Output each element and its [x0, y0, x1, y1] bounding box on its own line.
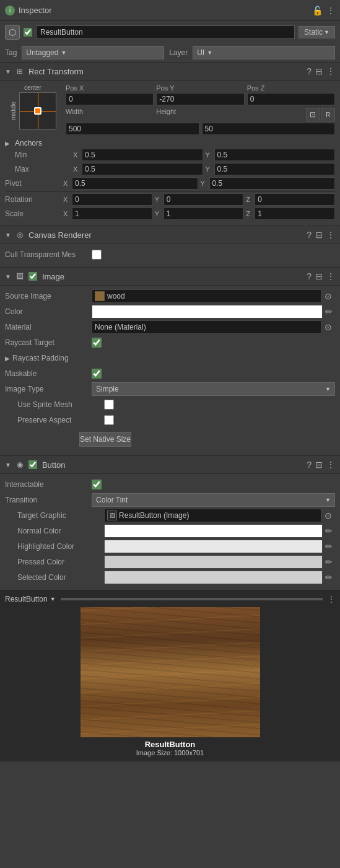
rect-main-layout: center middle Pos X Pos Y Pos Z	[5, 84, 335, 135]
scale-y-input[interactable]	[163, 208, 244, 220]
material-label: Material	[5, 323, 92, 331]
rect-transform-section-header[interactable]: ▼ ⊞ Rect Transform ? ⊟ ⋮	[0, 62, 340, 81]
rect-transform-more-icon[interactable]: ⋮	[326, 66, 335, 76]
pos-z-input[interactable]	[247, 93, 335, 105]
normal-color-field[interactable]	[104, 524, 323, 538]
resize-icon-button[interactable]: ⊡	[306, 108, 320, 121]
use-sprite-mesh-checkbox[interactable]	[104, 400, 114, 410]
pos-x-input[interactable]	[66, 93, 154, 105]
set-native-size-button[interactable]: Set Native Size	[79, 432, 131, 447]
pivot-x-input[interactable]	[72, 177, 198, 190]
gameobject-active-checkbox[interactable]	[24, 28, 32, 37]
canvas-renderer-section-header[interactable]: ▼ ◎ Canvas Renderer ? ⊟ ⋮	[0, 226, 340, 244]
button-arrow-icon: ▼	[5, 462, 11, 468]
highlighted-color-row: Highlighted Color ✏	[5, 540, 335, 553]
target-graphic-select-button[interactable]: ⊙	[321, 509, 335, 522]
image-help-icon[interactable]: ?	[307, 271, 312, 281]
rotation-y-input[interactable]	[163, 193, 244, 206]
rotation-z-input[interactable]	[255, 193, 335, 206]
scale-label: Scale	[5, 209, 61, 218]
selected-color-field[interactable]	[104, 571, 323, 584]
pressed-color-field[interactable]	[104, 555, 323, 569]
height-input[interactable]	[202, 123, 336, 135]
image-type-arrow-icon: ▼	[325, 386, 331, 392]
source-image-select-button[interactable]: ⊙	[321, 289, 335, 303]
image-type-row: Image Type Simple ▼	[5, 382, 335, 396]
canvas-renderer-actions: ? ⊟ ⋮	[307, 230, 335, 240]
button-section-icon: ◉	[15, 460, 25, 470]
cull-transparent-checkbox[interactable]	[92, 250, 102, 260]
tag-dropdown[interactable]: Untagged ▼	[22, 46, 164, 59]
material-row: Material None (Material) ⊙	[5, 320, 335, 334]
transition-dropdown[interactable]: Color Tint ▼	[92, 493, 335, 507]
scale-z-item: Z	[246, 208, 335, 220]
rect-transform-icon: ⊞	[15, 66, 25, 76]
button-section-header[interactable]: ▼ ◉ Button ? ⊟ ⋮	[0, 455, 340, 474]
rotation-label: Rotation	[5, 195, 61, 204]
pivot-y-input[interactable]	[209, 177, 336, 190]
raycast-target-checkbox[interactable]	[92, 338, 102, 348]
material-field[interactable]: None (Material)	[92, 320, 321, 334]
selected-color-eyedropper[interactable]: ✏	[323, 571, 335, 584]
rotation-y-item: Y	[155, 193, 244, 206]
maskable-checkbox[interactable]	[92, 369, 102, 379]
scale-x-label: X	[63, 210, 71, 217]
lock-icon[interactable]: 🔓	[312, 6, 323, 15]
scale-z-input[interactable]	[255, 208, 335, 220]
static-button[interactable]: Static ▼	[299, 26, 335, 38]
material-select-button[interactable]: ⊙	[321, 320, 335, 334]
scale-x-input[interactable]	[72, 208, 152, 220]
height-header: Height	[156, 108, 244, 121]
min-x-input[interactable]	[82, 149, 203, 161]
max-x-label: X	[73, 165, 81, 173]
button-more-icon[interactable]: ⋮	[326, 460, 335, 470]
canvas-renderer-help-icon[interactable]: ?	[307, 230, 312, 240]
rect-transform-settings-icon[interactable]: ⊟	[315, 66, 323, 76]
button-actions: ? ⊟ ⋮	[307, 460, 335, 470]
target-graphic-field[interactable]: 🖼 ResultButton (Image)	[104, 509, 321, 522]
tag-layer-row: Tag Untagged ▼ Layer UI ▼	[0, 43, 340, 62]
normal-color-label: Normal Color	[17, 527, 104, 535]
size-values	[66, 123, 335, 135]
color-eyedropper[interactable]: ✏	[323, 305, 335, 318]
pos-fields: Pos X Pos Y Pos Z Width Height ⊡ R	[66, 84, 335, 135]
highlighted-color-eyedropper[interactable]: ✏	[323, 540, 335, 553]
image-settings-icon[interactable]: ⊟	[315, 271, 323, 281]
max-y-input[interactable]	[214, 163, 336, 175]
min-x-item: X	[73, 149, 203, 161]
interactable-checkbox[interactable]	[92, 480, 102, 489]
max-x-input[interactable]	[82, 163, 203, 175]
button-settings-icon[interactable]: ⊟	[315, 460, 323, 470]
rotation-x-label: X	[63, 196, 71, 203]
preserve-aspect-checkbox[interactable]	[104, 415, 114, 425]
bottom-scroll-track[interactable]	[61, 598, 323, 600]
canvas-renderer-settings-icon[interactable]: ⊟	[315, 230, 323, 240]
pressed-color-eyedropper[interactable]: ✏	[323, 555, 335, 569]
layer-dropdown[interactable]: UI ▼	[193, 46, 335, 59]
image-type-dropdown[interactable]: Simple ▼	[92, 382, 335, 396]
rotation-x-input[interactable]	[72, 193, 152, 206]
source-image-field[interactable]: wood	[92, 289, 321, 303]
button-enabled-checkbox[interactable]	[28, 460, 37, 469]
image-section-header[interactable]: ▼ 🖼 Image ? ⊟ ⋮	[0, 267, 340, 286]
highlighted-color-field[interactable]	[104, 540, 323, 553]
min-y-input[interactable]	[214, 149, 336, 161]
rect-transform-help-icon[interactable]: ?	[307, 66, 312, 76]
image-enabled-checkbox[interactable]	[28, 272, 37, 281]
image-title: Image	[42, 272, 303, 281]
more-icon[interactable]: ⋮	[326, 6, 335, 15]
pos-y-input[interactable]	[156, 93, 244, 105]
size-buttons: ⊡ R	[247, 108, 335, 121]
bottom-bar-more-icon[interactable]: ⋮	[328, 595, 335, 603]
image-more-icon[interactable]: ⋮	[326, 271, 335, 281]
gameobject-name-input[interactable]	[36, 25, 295, 39]
color-field[interactable]	[92, 305, 323, 318]
width-input[interactable]	[66, 123, 199, 135]
max-row: Max X Y	[5, 163, 335, 175]
pos-y-header: Pos Y	[156, 84, 244, 92]
r-button[interactable]: R	[321, 108, 335, 121]
transition-arrow-icon: ▼	[325, 497, 331, 503]
canvas-renderer-more-icon[interactable]: ⋮	[326, 230, 335, 240]
normal-color-eyedropper[interactable]: ✏	[323, 524, 335, 538]
button-help-icon[interactable]: ?	[307, 460, 312, 470]
